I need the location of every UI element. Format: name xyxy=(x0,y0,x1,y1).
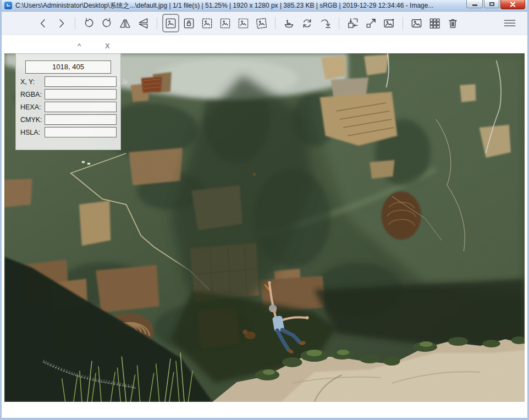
image-frame-icon xyxy=(164,17,177,30)
flip-vertical-button[interactable] xyxy=(135,14,152,32)
xy-input[interactable] xyxy=(45,76,117,87)
previous-image-button[interactable] xyxy=(35,14,52,32)
actual-size-button[interactable] xyxy=(362,14,379,32)
hexa-label: HEXA: xyxy=(20,103,45,111)
close-button[interactable] xyxy=(500,0,525,9)
hamburger-icon xyxy=(503,16,516,30)
grid-icon xyxy=(428,17,441,30)
image-dashed-2-icon xyxy=(219,17,232,30)
picker-field-row: HSLA: xyxy=(20,127,117,137)
image-sparkle-icon xyxy=(383,17,395,30)
hsla-label: HSLA: xyxy=(20,129,45,136)
hsla-input[interactable] xyxy=(45,127,117,137)
boat-icon xyxy=(283,17,295,30)
toolbar-separator xyxy=(275,17,275,29)
close-icon xyxy=(510,2,516,7)
rotate-left-icon xyxy=(82,17,95,30)
picker-field-row: HEXA: xyxy=(20,102,117,112)
fit-to-window-button[interactable] xyxy=(344,14,361,32)
image-dot-icon xyxy=(410,17,423,30)
rotate-left-button[interactable] xyxy=(80,14,97,32)
toolbar-separator xyxy=(157,17,157,29)
image-dotted-icon xyxy=(237,17,250,30)
refresh-icon xyxy=(301,17,313,30)
rgba-label: RGBA: xyxy=(20,91,45,98)
menu-button[interactable] xyxy=(501,16,519,30)
chevron-left-icon xyxy=(37,17,49,30)
maximize-button[interactable] xyxy=(484,0,499,8)
expand-box-icon xyxy=(365,17,377,30)
flip-horizontal-icon xyxy=(119,17,131,30)
shrink-box-icon xyxy=(346,17,359,30)
cmyk-label: CMYK: xyxy=(20,116,45,124)
cursor-coordinates: 1018, 405 xyxy=(25,60,111,74)
curved-down-arrow-icon xyxy=(319,17,332,30)
toolbar-buttons xyxy=(2,14,527,32)
toolbar-separator xyxy=(75,17,75,29)
cmyk-input[interactable] xyxy=(45,114,117,125)
maximize-icon xyxy=(489,2,494,6)
next-image-button[interactable] xyxy=(53,14,70,32)
hexa-input[interactable] xyxy=(45,102,117,112)
picker-field-row: X, Y: xyxy=(20,76,117,87)
rotate-right-icon xyxy=(101,17,113,30)
image-skewed-icon xyxy=(255,17,268,30)
minimize-icon xyxy=(472,4,477,6)
image-effects-button[interactable] xyxy=(381,14,398,32)
lock-zoom-button[interactable] xyxy=(180,14,197,32)
chevron-right-icon xyxy=(55,17,68,30)
send-down-button[interactable] xyxy=(317,14,334,32)
thumbnail-grid-button[interactable] xyxy=(426,14,443,32)
scale-to-width-button[interactable] xyxy=(199,14,216,32)
auto-zoom-button[interactable] xyxy=(162,14,179,32)
scale-to-fit-button[interactable] xyxy=(235,14,252,32)
delete-button[interactable] xyxy=(444,14,461,32)
toolbar-separator xyxy=(339,17,339,29)
minimize-button[interactable] xyxy=(466,0,483,8)
image-dashed-icon xyxy=(201,17,213,30)
scale-to-height-button[interactable] xyxy=(217,14,234,32)
boat-tool-button[interactable] xyxy=(280,14,297,32)
image-lock-icon xyxy=(183,17,195,30)
rgba-input[interactable] xyxy=(45,89,117,100)
picker-field-row: CMYK: xyxy=(20,114,117,125)
panel-collapse-button[interactable]: ^ xyxy=(74,41,84,51)
window-title: C:\Users\Administrator\Desktop\系统之...\de… xyxy=(15,1,433,10)
trash-icon xyxy=(447,17,459,30)
picker-field-row: RGBA: xyxy=(20,89,117,100)
flip-horizontal-button[interactable] xyxy=(117,14,134,32)
color-picker-panel: 1018, 405 X, Y:RGBA:HEXA:CMYK:HSLA: xyxy=(15,53,121,150)
panel-close-button[interactable]: X xyxy=(102,41,113,51)
refresh-button[interactable] xyxy=(299,14,316,32)
app-icon xyxy=(4,2,12,9)
flip-vertical-icon xyxy=(137,17,150,30)
toolbar-separator xyxy=(403,17,403,29)
picture-view-button[interactable] xyxy=(408,14,425,32)
window-controls xyxy=(465,0,525,9)
titlebar[interactable]: C:\Users\Administrator\Desktop\系统之...\de… xyxy=(2,0,527,12)
scale-to-fill-button[interactable] xyxy=(253,14,270,32)
image-canvas[interactable]: ^ X xyxy=(2,35,527,418)
xy-label: X, Y: xyxy=(20,78,45,86)
app-window: C:\Users\Administrator\Desktop\系统之...\de… xyxy=(0,0,529,420)
main-toolbar xyxy=(2,12,527,35)
rotate-right-button[interactable] xyxy=(98,14,115,32)
